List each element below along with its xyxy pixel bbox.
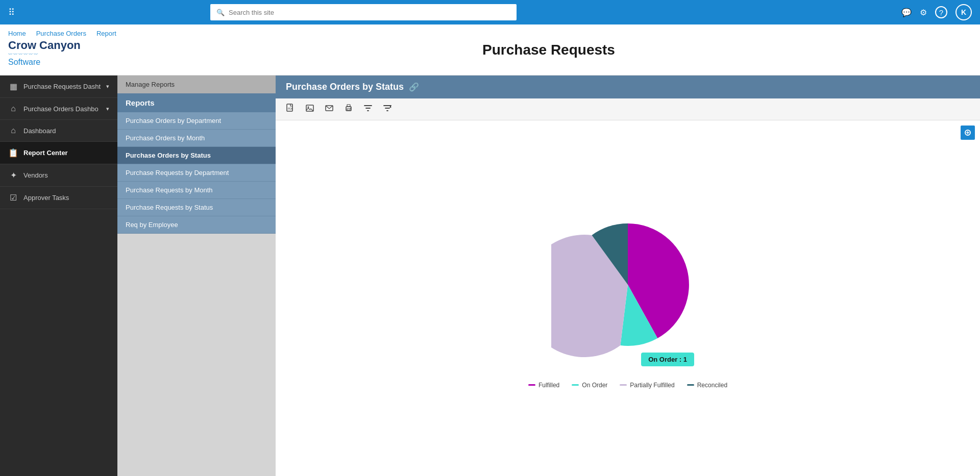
report-list-panel: Manage Reports Reports Purchase Orders b… — [117, 76, 276, 476]
page-title: Purchase Requests — [482, 42, 615, 58]
legend-item-on-order: On Order — [572, 382, 607, 389]
filter-icon[interactable] — [361, 103, 375, 116]
sidebar-item-label: Purchase Orders Dashbo — [23, 105, 99, 113]
search-icon: 🔍 — [216, 9, 225, 16]
email-icon[interactable] — [323, 103, 336, 116]
legend-label-fulfilled: Fulfilled — [538, 382, 559, 389]
chart-toolbar: PDF — [276, 98, 980, 120]
sidebar-item-label: Approver Tasks — [23, 194, 69, 202]
sidebar-item-label: Purchase Requests Dasht — [23, 83, 101, 90]
chart-header: Purchase Orders by Status 🔗 — [276, 76, 980, 98]
expand-button[interactable] — [961, 126, 975, 140]
avatar[interactable]: K — [955, 4, 972, 20]
reports-section-header: Reports — [117, 93, 276, 112]
svg-point-8 — [350, 108, 351, 109]
report-item-pr-status[interactable]: Purchase Requests by Status — [117, 199, 276, 216]
sidebar-item-dashboard[interactable]: ⌂ Dashboard — [0, 120, 117, 142]
legend-color-reconciled — [687, 384, 694, 386]
sidebar-item-label: Dashboard — [23, 127, 56, 135]
print-icon[interactable] — [342, 103, 355, 116]
search-bar[interactable]: 🔍 — [210, 4, 517, 20]
legend-color-on-order — [572, 384, 579, 386]
sidebar-item-vendors[interactable]: ✦ Vendors — [0, 164, 117, 187]
legend-item-partially-fulfilled: Partially Fulfilled — [620, 382, 674, 389]
top-bar-right: 💬 ⚙ ? K — [901, 4, 972, 20]
help-icon[interactable]: ? — [935, 6, 947, 18]
svg-point-3 — [308, 107, 309, 108]
search-input[interactable] — [229, 9, 510, 16]
check-icon: ☑ — [8, 193, 18, 203]
legend-item-reconciled: Reconciled — [687, 382, 727, 389]
grid-icon: ▦ — [8, 82, 18, 91]
legend-label-on-order: On Order — [582, 382, 607, 389]
manage-reports-button[interactable]: Manage Reports — [117, 76, 276, 93]
link-icon[interactable]: 🔗 — [409, 82, 419, 92]
logo-waves: 〰〰〰〰〰〰 — [8, 52, 81, 57]
legend-color-partially — [620, 384, 627, 386]
vendor-icon: ✦ — [8, 170, 18, 180]
legend-label-reconciled: Reconciled — [697, 382, 727, 389]
page-title-area: Purchase Requests — [117, 24, 980, 76]
report-item-req-employee[interactable]: Req by Employee — [117, 216, 276, 234]
sidebar-item-label: Report Center — [23, 149, 68, 157]
sidebar-item-purchase-orders-dash[interactable]: ⌂ Purchase Orders Dashbo ▾ — [0, 98, 117, 120]
svg-text:PDF: PDF — [288, 107, 293, 110]
report-icon: 📋 — [8, 148, 18, 158]
logo: Crow Canyon 〰〰〰〰〰〰 Software — [0, 37, 89, 69]
pdf-icon[interactable]: PDF — [284, 103, 297, 116]
tooltip-bubble: On Order : 1 — [641, 353, 694, 366]
report-item-pr-month[interactable]: Purchase Requests by Month — [117, 182, 276, 199]
chart-legend: Fulfilled On Order Partially Fulfilled R… — [528, 382, 727, 389]
chevron-icon: ▾ — [106, 83, 109, 90]
sidebar-item-report-center[interactable]: 📋 Report Center — [0, 142, 117, 164]
pie-chart-container: On Order : 1 — [551, 208, 704, 361]
logo-line1: Crow Canyon — [8, 39, 81, 52]
legend-item-fulfilled: Fulfilled — [528, 382, 559, 389]
settings-icon[interactable]: ⚙ — [920, 8, 927, 17]
chart-title: Purchase Orders by Status — [286, 82, 404, 92]
sidebar-item-label: Vendors — [23, 171, 48, 179]
clear-filter-icon[interactable] — [381, 103, 394, 116]
nav-link-home[interactable]: Home — [8, 30, 26, 37]
svg-rect-7 — [347, 109, 350, 110]
report-item-po-department[interactable]: Purchase Orders by Department — [117, 112, 276, 130]
home-icon: ⌂ — [8, 104, 18, 113]
report-item-pr-department[interactable]: Purchase Requests by Department — [117, 164, 276, 182]
sidebar-item-purchase-requests-dash[interactable]: ▦ Purchase Requests Dasht ▾ — [0, 76, 117, 98]
report-item-po-status[interactable]: Purchase Orders by Status — [117, 147, 276, 164]
dashboard-icon: ⌂ — [8, 126, 18, 135]
pie-chart — [551, 208, 704, 361]
top-bar: ⠿ 🔍 💬 ⚙ ? K — [0, 0, 980, 24]
sidebar-item-approver-tasks[interactable]: ☑ Approver Tasks — [0, 187, 117, 209]
legend-color-fulfilled — [528, 384, 535, 386]
apps-icon[interactable]: ⠿ — [8, 7, 15, 18]
legend-label-partially: Partially Fulfilled — [630, 382, 674, 389]
report-item-po-month[interactable]: Purchase Orders by Month — [117, 130, 276, 147]
nav-link-purchase-orders[interactable]: Purchase Orders — [36, 30, 86, 37]
image-icon[interactable] — [303, 103, 316, 116]
chat-icon[interactable]: 💬 — [901, 8, 912, 17]
chevron-icon: ▾ — [106, 106, 109, 112]
chart-area: Purchase Orders by Status 🔗 PDF — [276, 76, 980, 476]
main-content: Manage Reports Reports Purchase Orders b… — [117, 76, 980, 476]
chart-body: On Order : 1 Fulfilled On Order Partiall… — [276, 120, 980, 476]
logo-line2: Software — [8, 57, 81, 67]
left-sidebar: ▦ Purchase Requests Dasht ▾ ⌂ Purchase O… — [0, 76, 117, 476]
